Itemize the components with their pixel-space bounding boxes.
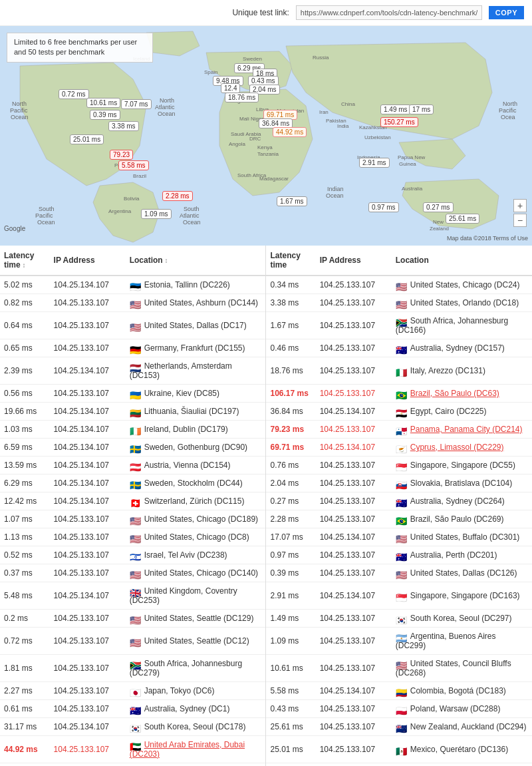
location-left: 🇿🇦South Africa, Johannesburg (DC279) [126, 655, 266, 682]
flag-icon: 🇺🇸 [130, 615, 142, 623]
latency-right: 2.04 ms [266, 475, 316, 492]
location-right: 🇸🇰Slovakia, Bratislava (DC104) [392, 475, 532, 492]
location-left: 🇩🇪Germany, Frankfurt (DC155) [126, 339, 266, 357]
latency-left: 5.02 ms [0, 276, 50, 294]
location-right: 🇲🇽Mexico, Querétaro (DC136) [392, 736, 532, 763]
flag-icon: 🇺🇸 [396, 299, 408, 307]
ip-right: 104.25.133.107 [316, 718, 392, 736]
latency-right: 25.01 ms [266, 736, 316, 763]
svg-text:Spain: Spain [204, 69, 217, 75]
latency-left: 2.27 ms [0, 682, 50, 700]
svg-text:South: South [39, 206, 55, 212]
flag-icon: 🇦🇺 [396, 552, 408, 560]
latency-left: 1.03 ms [0, 421, 50, 439]
table-row: 0.65 ms 104.25.133.107 🇩🇪Germany, Frankf… [0, 339, 532, 357]
map-container: North Pacific Ocean North Atlantic Ocean… [0, 26, 532, 246]
location-left: 🇺🇸United States, Seattle (DC129) [126, 610, 266, 628]
ip-left: 104.25.134.107 [50, 403, 126, 421]
location-right: 🇨🇳China, Hangzhou (DC208) [392, 763, 532, 767]
flag-icon: 🇦🇺 [396, 345, 408, 353]
ip-right: 104.25.134.107 [316, 763, 392, 767]
ip-left: 104.25.133.107 [50, 510, 126, 528]
location-right: 🇰🇷South Korea, Seoul (DC297) [392, 610, 532, 628]
ip-left: 104.25.134.107 [50, 439, 126, 457]
flag-icon: 🇮🇪 [130, 426, 142, 434]
svg-text:North: North [160, 97, 174, 104]
latency-right: 2.91 ms [266, 582, 316, 610]
flag-icon: 🇪🇪 [130, 282, 142, 289]
ip-left: 104.25.133.107 [50, 700, 126, 718]
ip-right: 104.25.133.107 [316, 610, 392, 628]
location-left: 🇬🇧United Kingdom, Coventry (DC253) [126, 582, 266, 610]
svg-text:Zealand: Zealand [430, 226, 449, 232]
svg-text:Ocean: Ocean [37, 219, 55, 226]
location-right: 🇦🇺Australia, Sydney (DC264) [392, 492, 532, 510]
latency-left: 6.29 ms [0, 475, 50, 492]
flag-icon: 🇺🇸 [130, 516, 142, 524]
svg-text:Indian: Indian [327, 186, 344, 192]
svg-text:Ocean: Ocean [183, 219, 201, 226]
latency-bubble: 3.38 ms [108, 121, 139, 131]
flag-icon: 🇩🇪 [130, 345, 142, 353]
flag-icon: 🇦🇪 [130, 741, 142, 749]
location-right: 🇧🇷Brazil, São Paulo (DC269) [392, 510, 532, 528]
table-row: 0.52 ms 104.25.133.107 🇮🇱Israel, Tel Avi… [0, 546, 532, 564]
latency-left: 1.81 ms [0, 655, 50, 682]
location-left: 🇺🇸United States, Chicago (DC140) [126, 564, 266, 582]
svg-text:Madagascar: Madagascar [259, 176, 289, 182]
ip-right: 104.25.134.107 [316, 439, 392, 457]
latency-right: 0.76 ms [266, 457, 316, 475]
latency-left: 0.82 ms [0, 294, 50, 312]
svg-text:Atlantic: Atlantic [180, 212, 200, 219]
table-row: 0.64 ms 104.25.133.107 🇺🇸United States, … [0, 312, 532, 339]
location-left: 🇯🇵Japan, Tokyo (DC6) [126, 682, 266, 700]
latency-left: 31.17 ms [0, 718, 50, 736]
flag-icon: 🇸🇬 [396, 462, 408, 470]
location-right: 🇪🇬Egypt, Cairo (DC225) [392, 403, 532, 421]
latency-table: Latency time IP Address Location Latency… [0, 246, 532, 766]
ip-right: 104.25.133.107 [316, 339, 392, 357]
flag-icon: 🇺🇸 [130, 322, 142, 330]
latency-right: 10.61 ms [266, 655, 316, 682]
ip-right: 104.25.133.107 [316, 357, 392, 385]
latency-bubble: 25.61 ms [446, 214, 479, 224]
zoom-out-button[interactable]: − [513, 214, 527, 227]
latency-bubble: 25.01 ms [70, 134, 104, 144]
flag-icon: 🇿🇦 [396, 317, 408, 325]
svg-text:Pacific: Pacific [499, 107, 517, 114]
latency-bubble: 150.27 ms [380, 117, 418, 127]
svg-text:Bolivia: Bolivia [124, 196, 140, 202]
location-right: 🇿🇦South Africa, Johannesburg (DC166) [392, 312, 532, 339]
latency-left: 5.48 ms [0, 582, 50, 610]
ip-right: 104.25.133.107 [316, 312, 392, 339]
unique-link-input[interactable] [296, 5, 482, 20]
svg-text:Ocean: Ocean [11, 114, 29, 120]
flag-icon: 🇧🇷 [396, 516, 408, 524]
zoom-in-button[interactable]: + [513, 199, 527, 212]
flag-icon: 🇺🇸 [130, 299, 142, 307]
latency-bubble: 18.76 ms [225, 93, 259, 102]
ip-right: 104.25.133.107 [316, 736, 392, 763]
latency-right: 17.07 ms [266, 528, 316, 546]
latency-bubble: 12.4 [221, 83, 240, 93]
latency-left: 19.66 ms [0, 403, 50, 421]
svg-text:Sweden: Sweden [243, 56, 262, 62]
flag-icon: 🇱🇹 [130, 408, 142, 416]
ip-right: 104.25.133.107 [316, 276, 392, 294]
latency-bubble: 10.61 ms [86, 98, 120, 108]
latency-right: 0.34 ms [266, 276, 316, 294]
copy-button[interactable]: COPY [489, 6, 524, 19]
location-left: 🇺🇸United States, Chicago (DC189) [126, 510, 266, 528]
col-header-location-left[interactable]: Location [126, 246, 266, 276]
ip-right: 104.25.133.107 [316, 421, 392, 439]
flag-icon: 🇦🇷 [396, 633, 408, 641]
table-row: 0.72 ms 104.25.133.107 🇺🇸United States, … [0, 628, 532, 655]
table-row: 31.17 ms 104.25.134.107 🇰🇷South Korea, S… [0, 718, 532, 736]
col-header-latency-left[interactable]: Latency time [0, 246, 50, 276]
map-background: North Pacific Ocean North Atlantic Ocean… [0, 26, 532, 246]
ip-left: 104.25.133.107 [50, 294, 126, 312]
location-right: 🇺🇸United States, Chicago (DC24) [392, 276, 532, 294]
svg-text:Uzbekistan: Uzbekistan [364, 134, 391, 140]
location-right: 🇸🇬Singapore, Singapore (DC55) [392, 457, 532, 475]
unique-link-label: Unique test link: [232, 8, 289, 17]
